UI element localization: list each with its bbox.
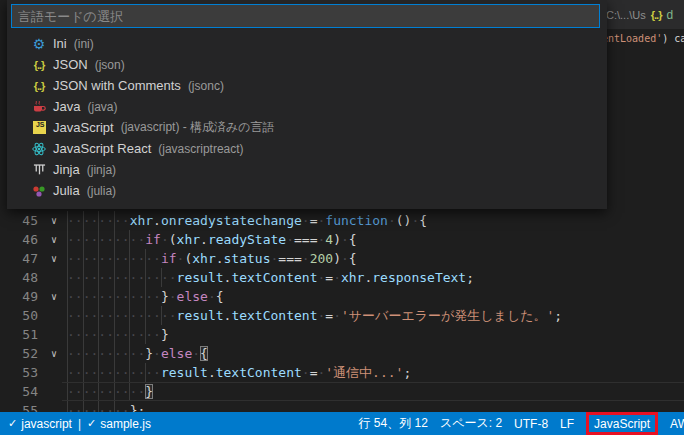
whitespace-dots: · <box>208 289 216 304</box>
whitespace-dots: ·········· <box>67 232 145 247</box>
code-token: = <box>325 308 333 323</box>
code-token: 200 <box>310 251 333 266</box>
code-text: ············result.textContent·=·'通信中...… <box>67 363 411 382</box>
line-number: 48 <box>0 268 38 287</box>
fold-chevron-icon[interactable]: ∨ <box>44 230 64 249</box>
whitespace-dots: · <box>169 289 177 304</box>
code-token: { <box>349 232 357 247</box>
quickpick-item-javascriptreact[interactable]: JavaScript React(javascriptreact) <box>7 138 607 159</box>
status-item-javascript[interactable]: ✓javascript <box>8 412 72 435</box>
code-line-47[interactable]: 47∨············if·(xhr.status·===·200)·{ <box>0 249 684 268</box>
code-line-45[interactable]: 45∨········xhr.onreadystatechange·=·func… <box>0 211 684 230</box>
code-text: ············}·else·{ <box>67 287 224 306</box>
code-token: } <box>145 346 153 361</box>
language-label: Ini <box>53 36 67 51</box>
whitespace-dots: · <box>341 251 349 266</box>
code-line-50[interactable]: 50··············result.textContent·=·'サー… <box>0 306 684 325</box>
code-token: result <box>177 270 224 285</box>
status-label: AW <box>670 417 684 431</box>
code-text: ··········}·else·{ <box>67 344 208 363</box>
language-label: JSON with Comments <box>53 78 181 93</box>
code-token: else <box>161 346 192 361</box>
status-bar: ✓javascript|✓sample.js 行 54、列 12スペース: 2U… <box>0 412 684 435</box>
language-label: JavaScript <box>53 120 114 135</box>
status-item-aw[interactable]: AW <box>670 412 684 435</box>
code-token: ) <box>333 251 341 266</box>
whitespace-dots: ············ <box>67 365 161 380</box>
whitespace-dots: · <box>161 232 169 247</box>
status-item-lf[interactable]: LF <box>560 412 574 435</box>
code-line-49[interactable]: 49∨············}·else·{ <box>0 287 684 306</box>
whitespace-dots: · <box>341 232 349 247</box>
json-braces-icon: {..} <box>31 78 47 94</box>
fold-chevron-icon[interactable]: ∨ <box>44 287 64 306</box>
code-line-53[interactable]: 53············result.textContent·=·'通信中.… <box>0 363 684 382</box>
quickpick-item-json[interactable]: {..}JSON(json) <box>7 54 607 75</box>
annotation-highlight: JavaScript <box>586 412 658 435</box>
status-label: javascript <box>21 417 72 431</box>
status-item--2[interactable]: スペース: 2 <box>440 412 502 435</box>
language-search-input[interactable] <box>12 5 599 27</box>
whitespace-dots: ············ <box>67 327 161 342</box>
fold-chevron-icon[interactable]: ∨ <box>44 211 64 230</box>
language-description: (ini) <box>74 37 94 51</box>
whitespace-dots: ············ <box>67 289 161 304</box>
status-item-utf-8[interactable]: UTF-8 <box>514 412 548 435</box>
code-token: xhr <box>341 270 364 285</box>
status-bar-left: ✓javascript|✓sample.js <box>0 412 151 435</box>
status-label: スペース: 2 <box>440 415 502 432</box>
json-braces-icon: {..} <box>31 57 47 73</box>
code-token: () <box>396 213 412 228</box>
code-token: status <box>224 251 271 266</box>
language-description: (json) <box>95 58 125 72</box>
code-line-46[interactable]: 46∨··········if·(xhr.readyState·===·4)·{ <box>0 230 684 249</box>
whitespace-dots: · <box>153 346 161 361</box>
code-line-54[interactable]: 54··········} <box>0 382 684 401</box>
code-text: ··············result.textContent·=·xhr.r… <box>67 268 474 287</box>
quickpick-item-jsonc[interactable]: {..}JSON with Comments(jsonc) <box>7 75 607 96</box>
quickpick-list: ⚙Ini(ini){..}JSON(json){..}JSON with Com… <box>7 33 607 201</box>
whitespace-dots: · <box>302 251 310 266</box>
fold-chevron-icon[interactable]: ∨ <box>44 249 64 268</box>
code-token: textContent <box>216 365 302 380</box>
whitespace-dots: ·············· <box>67 270 177 285</box>
status-item-javascript[interactable]: JavaScript <box>586 412 658 435</box>
julia-dots-icon <box>31 184 47 198</box>
quickpick-item-java[interactable]: Java(java) <box>7 96 607 117</box>
status-label: 行 54、列 12 <box>359 415 428 432</box>
code-token: else <box>177 289 208 304</box>
code-line-48[interactable]: 48··············result.textContent·=·xhr… <box>0 268 684 287</box>
line-number: 47 <box>0 249 38 268</box>
quickpick-item-jinja[interactable]: Jinja(jinja) <box>7 159 607 180</box>
fold-chevron-icon[interactable]: ∨ <box>44 344 64 363</box>
code-token: ( <box>169 232 177 247</box>
code-token: responseText <box>372 270 466 285</box>
jinja-icon <box>31 163 47 176</box>
code-token: if <box>161 251 177 266</box>
status-bar-right: 行 54、列 12スペース: 2UTF-8LFJavaScriptAW <box>359 412 684 435</box>
line-number: 54 <box>0 382 38 401</box>
quickpick-inputbox <box>11 4 600 28</box>
status-item-sample-js[interactable]: ✓sample.js <box>87 412 151 435</box>
code-token: '通信中...' <box>325 365 403 380</box>
code-text: ··········} <box>67 382 153 401</box>
quickpick-item-ini[interactable]: ⚙Ini(ini) <box>7 33 607 54</box>
line-number: 55 <box>0 401 38 412</box>
quickpick-item-julia[interactable]: Julia(julia) <box>7 180 607 201</box>
line-number: 45 <box>0 211 38 230</box>
code-text: ············} <box>67 325 169 344</box>
line-number: 50 <box>0 306 38 325</box>
line-number: 49 <box>0 287 38 306</box>
status-item--54-12[interactable]: 行 54、列 12 <box>359 412 428 435</box>
language-label: JavaScript React <box>53 141 151 156</box>
gear-icon: ⚙ <box>31 36 47 52</box>
status-label: JavaScript <box>594 417 650 431</box>
code-line-52[interactable]: 52∨··········}·else·{ <box>0 344 684 363</box>
code-text: ········}; <box>67 401 145 412</box>
code-line-55[interactable]: 55········}; <box>0 401 684 412</box>
code-token: { <box>216 289 224 304</box>
quickpick-item-javascript[interactable]: JSJavaScript(javascript) - 構成済みの言語 <box>7 117 607 138</box>
whitespace-dots: · <box>388 213 396 228</box>
line-number: 51 <box>0 325 38 344</box>
code-line-51[interactable]: 51············} <box>0 325 684 344</box>
